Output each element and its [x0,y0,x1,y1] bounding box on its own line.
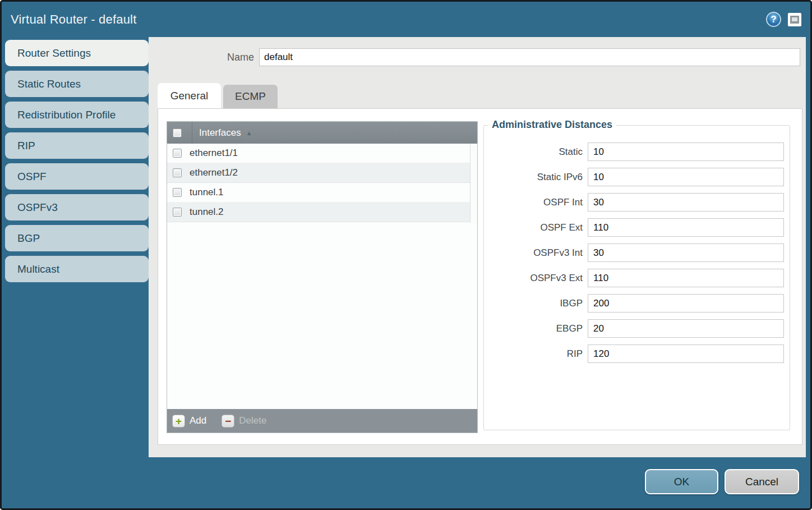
sidebar-item-redistribution-profile[interactable]: Redistribution Profile [5,102,149,128]
titlebar: Virtual Router - default ? [2,2,810,37]
row-checkbox[interactable] [173,188,182,197]
interface-name: tunnel.2 [190,206,224,218]
sidebar-item-multicast[interactable]: Multicast [5,256,149,282]
name-label: Name [149,52,259,63]
table-scrollbar[interactable] [470,144,477,223]
tab-general[interactable]: General [158,83,221,108]
field-row: IBGP [484,294,784,313]
ibgp-distance-input[interactable] [588,294,784,313]
delete-button-label: Delete [239,415,266,426]
static-label: Static [484,146,588,158]
add-button-label: Add [190,415,206,426]
tabstrip: General ECMP [158,83,278,108]
help-icon[interactable]: ? [766,12,781,27]
interface-name: tunnel.1 [190,187,224,198]
field-row: OSPFv3 Ext [484,269,784,287]
row-checkbox[interactable] [173,208,182,217]
ebgp-label: EBGP [484,323,588,334]
column-header-label: Interfaces [199,127,241,139]
name-input[interactable] [259,48,800,66]
delete-button[interactable]: − Delete [222,415,266,428]
field-row: OSPF Ext [484,218,784,237]
dialog-footer: OK Cancel [645,469,799,494]
field-row: Static IPv6 [484,168,784,186]
interfaces-column-header[interactable]: Interfaces ▲ [167,122,477,144]
table-row[interactable]: ethernet1/2 [167,163,477,183]
row-checkbox[interactable] [173,149,182,158]
window-restore-icon[interactable] [788,13,801,26]
ospf-int-distance-input[interactable] [588,193,784,212]
sort-ascending-icon: ▲ [246,130,252,136]
table-toolbar: + Add − Delete [167,409,477,433]
fieldset-legend: Administrative Distances [488,119,616,131]
ospfv3-int-distance-input[interactable] [588,243,784,262]
ospf-ext-label: OSPF Ext [484,222,588,233]
administrative-distances-fieldset: Administrative Distances Static Static I… [483,125,790,430]
interfaces-table-body: ethernet1/1 ethernet1/2 tunnel.1 tunnel.… [167,144,477,409]
sidebar-item-router-settings[interactable]: Router Settings [5,40,149,66]
add-button[interactable]: + Add [172,415,206,428]
sidebar-item-rip[interactable]: RIP [5,132,149,159]
sidebar-item-ospf[interactable]: OSPF [5,163,149,190]
ospf-int-label: OSPF Int [484,197,588,208]
virtual-router-dialog: Virtual Router - default ? Router Settin… [0,0,812,510]
select-all-checkbox[interactable] [173,128,182,137]
field-row: OSPF Int [484,193,784,212]
table-row[interactable]: tunnel.2 [167,203,477,222]
ospf-ext-distance-input[interactable] [588,218,784,237]
ibgp-label: IBGP [484,298,588,309]
column-divider [192,122,192,144]
minus-icon: − [222,415,234,428]
name-row: Name [149,48,800,66]
cancel-button[interactable]: Cancel [725,469,799,494]
static-ipv6-label: Static IPv6 [484,172,588,183]
field-row: OSPFv3 Int [484,243,784,262]
interfaces-table: Interfaces ▲ ethernet1/1 ethernet1/2 tun… [167,121,478,433]
ok-button[interactable]: OK [645,469,718,494]
tab-ecmp[interactable]: ECMP [223,85,278,108]
static-ipv6-distance-input[interactable] [588,168,784,186]
interface-name: ethernet1/2 [190,167,238,178]
header-checkbox-cell [173,128,192,137]
content-area: Name General ECMP Interfaces ▲ [149,37,806,457]
sidebar-item-bgp[interactable]: BGP [5,225,149,251]
field-row: RIP [484,344,784,363]
window-restore-icon-pane [792,17,797,21]
ospfv3-int-label: OSPFv3 Int [484,247,588,259]
dialog-title: Virtual Router - default [11,12,137,27]
ebgp-distance-input[interactable] [588,319,784,338]
ospfv3-ext-distance-input[interactable] [588,269,784,287]
field-row: EBGP [484,319,784,338]
window-restore-icon-inner [790,16,799,24]
table-row[interactable]: tunnel.1 [167,183,477,203]
sidebar-nav: Router Settings Static Routes Redistribu… [5,40,149,287]
field-row: Static [484,143,784,161]
rip-distance-input[interactable] [588,344,784,363]
titlebar-icons: ? [766,12,801,27]
interface-name: ethernet1/1 [190,148,238,159]
table-row[interactable]: ethernet1/1 [167,144,477,163]
sidebar-item-ospfv3[interactable]: OSPFv3 [5,194,149,220]
plus-icon: + [172,415,185,428]
row-checkbox[interactable] [173,168,182,177]
ospfv3-ext-label: OSPFv3 Ext [484,273,588,284]
general-tab-panel: Interfaces ▲ ethernet1/1 ethernet1/2 tun… [158,108,802,445]
static-distance-input[interactable] [588,143,784,161]
rip-label: RIP [484,348,588,360]
sidebar-item-static-routes[interactable]: Static Routes [5,71,149,97]
